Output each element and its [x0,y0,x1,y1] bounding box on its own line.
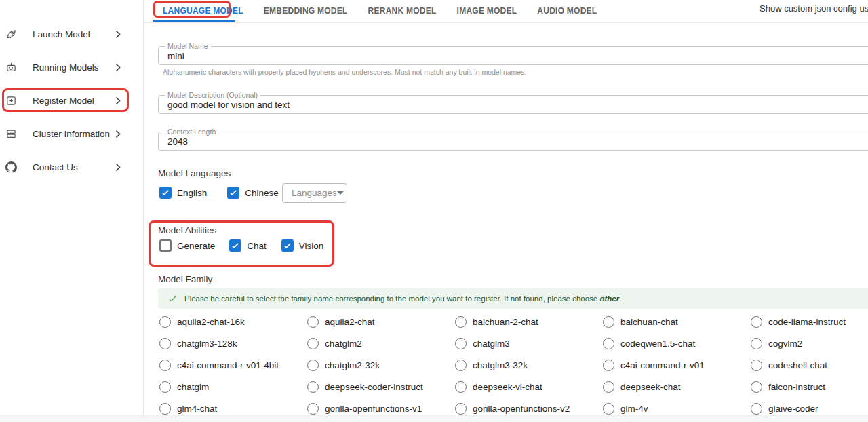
context-length-input[interactable] [167,132,868,150]
model-abilities-checkboxes: Generate Chat Vision [159,239,323,252]
radio-icon[interactable] [455,338,467,349]
radio-icon[interactable] [159,360,171,371]
github-icon [5,161,17,173]
radio-icon[interactable] [455,403,467,415]
generate-checkbox[interactable] [159,239,172,252]
chinese-checkbox-label: Chinese [245,188,279,198]
radio-icon[interactable] [159,381,171,393]
tab-language-model[interactable]: LANGUAGE MODEL [163,6,243,16]
chevron-right-icon [115,130,121,138]
model-family-option[interactable]: codeshell-chat [749,354,868,376]
model-family-option[interactable]: deepseek-coder-instruct [306,376,454,398]
model-family-option[interactable]: chatglm3 [454,332,601,354]
model-family-option[interactable]: code-llama-instruct [749,311,868,332]
radio-icon[interactable] [307,381,319,393]
radio-icon[interactable] [603,403,614,415]
register-model-page: Launch Model Running Models [0,0,868,422]
model-family-option[interactable]: aquila2-chat [306,311,454,332]
model-family-option[interactable]: falcon-instruct [749,376,868,398]
radio-icon[interactable] [307,403,319,415]
model-family-option[interactable]: baichuan-chat [601,311,749,332]
radio-icon[interactable] [307,316,319,328]
radio-icon[interactable] [751,403,762,415]
languages-select[interactable]: Languages [282,183,347,203]
tab-rerank-model[interactable]: RERANK MODEL [368,6,437,16]
radio-icon[interactable] [603,381,614,393]
generate-checkbox-label: Generate [177,241,215,251]
model-abilities-title: Model Abilities [158,225,216,235]
chevron-right-icon [115,163,121,172]
radio-icon[interactable] [159,316,171,328]
radio-icon[interactable] [159,403,171,415]
model-languages-title: Model Languages [158,168,231,178]
sidebar-item-label: Launch Model [33,29,115,39]
radio-icon[interactable] [751,360,762,371]
server-icon [5,128,17,140]
sidebar-item-register-model[interactable]: Register Model [0,89,143,112]
radio-icon[interactable] [603,338,614,349]
model-description-input[interactable] [167,96,868,113]
model-family-option[interactable]: c4ai-command-r-v01 [601,354,749,376]
sidebar-item-running-models[interactable]: Running Models [0,56,143,79]
radio-icon[interactable] [751,338,762,349]
chevron-right-icon [115,30,121,39]
model-family-option[interactable]: codeqwen1.5-chat [601,332,749,354]
english-checkbox[interactable] [159,187,172,199]
sidebar-item-label: Running Models [33,62,115,73]
sidebar-item-cluster-information[interactable]: Cluster Information [0,122,143,145]
context-length-field: Context Length [158,132,868,151]
languages-select-value: Languages [292,188,337,198]
tab-embedding-model[interactable]: EMBEDDING MODEL [264,6,348,16]
chat-checkbox-label: Chat [247,241,267,251]
radio-icon[interactable] [603,360,614,371]
model-family-option[interactable]: baichuan-2-chat [454,311,601,332]
model-family-option[interactable]: c4ai-command-r-v01-4bit [158,354,306,376]
model-family-option[interactable]: chatglm3-32k [454,354,601,376]
radio-icon[interactable] [307,360,319,371]
chevron-right-icon [115,63,121,72]
sidebar-item-launch-model[interactable]: Launch Model [0,22,143,45]
model-family-notice-banner: Please be careful to select the family n… [158,288,868,309]
model-family-option[interactable]: chatglm3-128k [158,332,306,354]
tab-audio-model[interactable]: AUDIO MODEL [537,6,597,16]
model-description-field: Model Description (Optional) [158,95,868,114]
model-name-helper-text: Alphanumeric characters with properly pl… [163,68,526,76]
radio-icon[interactable] [307,338,319,349]
tab-image-model[interactable]: IMAGE MODEL [457,6,517,16]
model-family-option[interactable]: chatglm2 [306,332,454,354]
show-custom-json-config-link[interactable]: Show custom json config used b [760,3,868,14]
sidebar-item-label: Register Model [33,96,115,106]
plus-square-icon [5,95,17,107]
chinese-checkbox[interactable] [227,187,239,199]
model-family-notice-text: Please be careful to select the family n… [184,294,621,303]
sidebar-item-contact-us[interactable]: Contact Us [0,155,143,178]
english-checkbox-label: English [177,188,207,198]
radio-icon[interactable] [751,381,762,393]
model-family-option[interactable]: aquila2-chat-16k [158,311,306,332]
model-family-option[interactable]: chatglm2-32k [306,354,454,376]
radio-icon[interactable] [455,360,467,371]
model-family-option[interactable]: deepseek-chat [601,376,749,398]
radio-icon[interactable] [159,338,171,349]
success-check-icon [167,293,178,303]
model-name-input[interactable] [167,47,868,64]
robot-icon [5,62,17,73]
model-family-option[interactable]: cogvlm2 [749,332,868,354]
model-name-field: Model Name [158,46,868,65]
vision-checkbox[interactable] [281,239,294,252]
radio-icon[interactable] [455,381,467,393]
rocket-icon [5,28,17,40]
radio-icon[interactable] [751,316,762,328]
vision-checkbox-label: Vision [299,241,324,251]
model-family-title: Model Family [158,274,212,284]
model-family-option[interactable]: deepseek-vl-chat [454,376,601,398]
radio-icon[interactable] [455,316,467,328]
sidebar-item-label: Contact Us [33,162,115,172]
bottom-edge-strip [0,415,868,422]
sidebar-item-label: Cluster Information [33,129,115,139]
sidebar-divider [143,0,144,422]
radio-icon[interactable] [603,316,614,328]
chat-checkbox[interactable] [229,239,241,252]
model-family-option[interactable]: chatglm [158,376,306,398]
tabs-bottom-divider [144,22,868,23]
